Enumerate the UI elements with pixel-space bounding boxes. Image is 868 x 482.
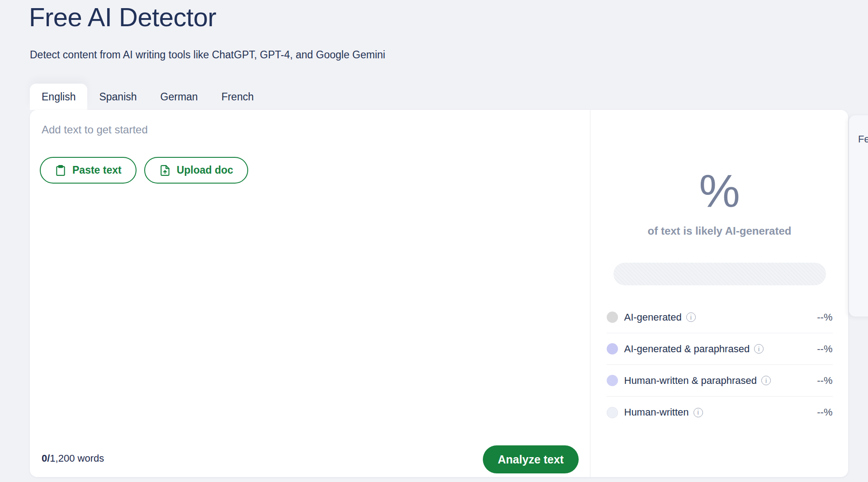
language-tabs: English Spanish German French [30, 84, 265, 110]
results-pane: % of text is likely AI-generated AI-gene… [591, 110, 848, 477]
input-buttons: Paste text Upload doc [40, 157, 248, 184]
clipboard-icon [55, 165, 66, 176]
info-icon[interactable] [761, 376, 771, 385]
paste-text-label: Paste text [72, 164, 122, 176]
legend-dot [607, 343, 618, 354]
feedback-tab[interactable]: Feedback [849, 115, 868, 317]
tab-spanish[interactable]: Spanish [87, 84, 148, 110]
paste-text-button[interactable]: Paste text [40, 157, 137, 184]
upload-doc-label: Upload doc [177, 164, 233, 176]
percent-symbol: % [591, 168, 848, 214]
legend-dot [607, 375, 618, 386]
editor-pane[interactable]: Add text to get started Paste text [30, 110, 590, 477]
word-count: 0/1,200 words [42, 453, 104, 464]
analyze-button[interactable]: Analyze text [483, 445, 579, 473]
legend-row-ai-generated: AI-generated --% [607, 302, 833, 333]
tab-german[interactable]: German [149, 84, 210, 110]
legend-value: --% [817, 406, 832, 418]
info-icon[interactable] [693, 408, 703, 417]
tab-french[interactable]: French [210, 84, 266, 110]
legend-row-ai-paraphrased: AI-generated & paraphrased --% [607, 333, 833, 365]
legend-value: --% [817, 343, 832, 355]
results-caption: of text is likely AI-generated [591, 225, 848, 237]
legend-dot [607, 407, 618, 418]
upload-doc-icon [159, 165, 171, 176]
legend-dot [607, 312, 618, 323]
editor-placeholder[interactable]: Add text to get started [42, 123, 148, 136]
results-legend: AI-generated --% AI-generated & paraphra… [607, 302, 833, 428]
legend-value: --% [817, 312, 832, 323]
legend-row-human-written: Human-written --% [607, 397, 833, 428]
upload-doc-button[interactable]: Upload doc [144, 157, 248, 184]
word-count-limit: 1,200 words [50, 453, 104, 464]
progress-bar [613, 263, 826, 285]
legend-label: AI-generated [624, 312, 682, 323]
info-icon[interactable] [686, 312, 696, 322]
detector-card: Add text to get started Paste text [30, 110, 848, 477]
legend-label: Human-written & paraphrased [624, 375, 757, 387]
ai-detector-page: Free AI Detector Detect content from AI … [0, 0, 868, 482]
legend-value: --% [817, 375, 832, 387]
legend-row-human-paraphrased: Human-written & paraphrased --% [607, 365, 833, 397]
word-count-used: 0/ [42, 453, 50, 464]
legend-label: Human-written [624, 406, 689, 418]
tab-english[interactable]: English [30, 84, 87, 110]
page-subtitle: Detect content from AI writing tools lik… [30, 49, 385, 61]
legend-label: AI-generated & paraphrased [624, 343, 750, 355]
info-icon[interactable] [754, 344, 764, 354]
feedback-label: Feedback [858, 133, 868, 145]
page-title: Free AI Detector [29, 2, 216, 32]
